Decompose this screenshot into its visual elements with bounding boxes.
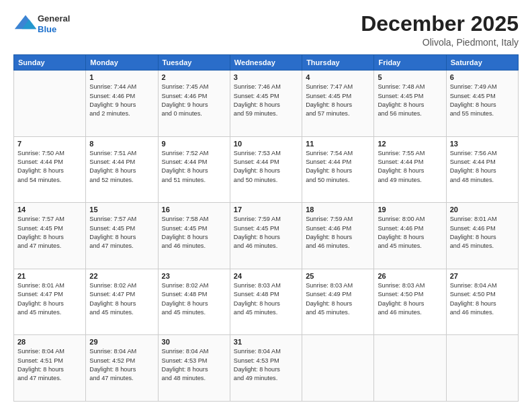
calendar-day-cell: 19Sunrise: 8:00 AMSunset: 4:46 PMDayligh… — [374, 203, 446, 269]
header: General Blue December 2025 Olivola, Pied… — [13, 12, 519, 48]
day-number: 1 — [89, 73, 154, 81]
calendar-table: SundayMondayTuesdayWednesdayThursdayFrid… — [13, 54, 519, 402]
day-info: Sunrise: 8:04 AMSunset: 4:50 PMDaylight:… — [450, 281, 515, 317]
calendar-day-cell: 17Sunrise: 7:59 AMSunset: 4:45 PMDayligh… — [230, 203, 302, 269]
calendar-day-cell: 4Sunrise: 7:47 AMSunset: 4:45 PMDaylight… — [302, 71, 374, 137]
location: Olivola, Piedmont, Italy — [361, 37, 519, 48]
day-info: Sunrise: 8:03 AMSunset: 4:50 PMDaylight:… — [378, 281, 442, 317]
day-info: Sunrise: 7:56 AMSunset: 4:44 PMDaylight:… — [450, 149, 515, 185]
calendar-day-cell: 11Sunrise: 7:54 AMSunset: 4:44 PMDayligh… — [302, 136, 374, 203]
day-info: Sunrise: 7:48 AMSunset: 4:45 PMDaylight:… — [378, 83, 442, 118]
day-info: Sunrise: 7:51 AMSunset: 4:44 PMDaylight:… — [89, 149, 154, 185]
calendar-day-cell: 5Sunrise: 7:48 AMSunset: 4:45 PMDaylight… — [374, 71, 446, 137]
logo-text: General Blue — [38, 13, 70, 34]
calendar-day-cell: 20Sunrise: 8:01 AMSunset: 4:46 PMDayligh… — [446, 203, 518, 269]
calendar-col-header: Monday — [86, 55, 158, 71]
calendar-day-cell: 3Sunrise: 7:46 AMSunset: 4:45 PMDaylight… — [230, 71, 302, 137]
day-info: Sunrise: 7:57 AMSunset: 4:45 PMDaylight:… — [17, 215, 82, 250]
calendar-day-cell — [374, 335, 446, 402]
day-number: 27 — [450, 272, 515, 280]
calendar-day-cell: 21Sunrise: 8:01 AMSunset: 4:47 PMDayligh… — [14, 269, 86, 335]
calendar-day-cell: 26Sunrise: 8:03 AMSunset: 4:50 PMDayligh… — [374, 269, 446, 335]
day-info: Sunrise: 8:04 AMSunset: 4:52 PMDaylight:… — [89, 347, 154, 383]
calendar-day-cell: 27Sunrise: 8:04 AMSunset: 4:50 PMDayligh… — [446, 269, 518, 335]
day-info: Sunrise: 7:47 AMSunset: 4:45 PMDaylight:… — [306, 83, 370, 118]
day-number: 3 — [234, 73, 298, 81]
day-info: Sunrise: 7:59 AMSunset: 4:45 PMDaylight:… — [234, 215, 298, 250]
day-number: 24 — [234, 272, 298, 280]
calendar-col-header: Thursday — [302, 55, 374, 71]
calendar-day-cell: 10Sunrise: 7:53 AMSunset: 4:44 PMDayligh… — [230, 136, 302, 203]
day-number: 18 — [306, 205, 370, 214]
calendar-day-cell: 30Sunrise: 8:04 AMSunset: 4:53 PMDayligh… — [158, 335, 230, 402]
day-info: Sunrise: 8:01 AMSunset: 4:47 PMDaylight:… — [17, 281, 82, 317]
day-info: Sunrise: 7:57 AMSunset: 4:45 PMDaylight:… — [89, 215, 154, 250]
calendar-day-cell: 25Sunrise: 8:03 AMSunset: 4:49 PMDayligh… — [302, 269, 374, 335]
calendar-day-cell: 2Sunrise: 7:45 AMSunset: 4:46 PMDaylight… — [158, 71, 230, 137]
logo: General Blue — [13, 12, 70, 36]
logo-general: General — [38, 13, 70, 24]
day-info: Sunrise: 8:00 AMSunset: 4:46 PMDaylight:… — [378, 215, 442, 250]
calendar-day-cell: 29Sunrise: 8:04 AMSunset: 4:52 PMDayligh… — [86, 335, 158, 402]
day-number: 26 — [378, 272, 442, 280]
day-info: Sunrise: 7:54 AMSunset: 4:44 PMDaylight:… — [306, 149, 370, 185]
calendar-day-cell: 9Sunrise: 7:52 AMSunset: 4:44 PMDaylight… — [158, 136, 230, 203]
day-number: 21 — [17, 272, 82, 280]
day-info: Sunrise: 7:53 AMSunset: 4:44 PMDaylight:… — [234, 149, 298, 185]
calendar-day-cell: 24Sunrise: 8:03 AMSunset: 4:48 PMDayligh… — [230, 269, 302, 335]
calendar-day-cell — [446, 335, 518, 402]
calendar-day-cell: 8Sunrise: 7:51 AMSunset: 4:44 PMDaylight… — [86, 136, 158, 203]
day-info: Sunrise: 8:04 AMSunset: 4:51 PMDaylight:… — [17, 347, 82, 383]
calendar-day-cell: 13Sunrise: 7:56 AMSunset: 4:44 PMDayligh… — [446, 136, 518, 203]
day-number: 7 — [17, 140, 82, 148]
calendar-header-row: SundayMondayTuesdayWednesdayThursdayFrid… — [14, 55, 519, 71]
calendar-col-header: Saturday — [446, 55, 518, 71]
calendar-day-cell: 6Sunrise: 7:49 AMSunset: 4:45 PMDaylight… — [446, 71, 518, 137]
day-number: 11 — [306, 140, 370, 148]
day-number: 8 — [89, 140, 154, 148]
calendar-day-cell: 22Sunrise: 8:02 AMSunset: 4:47 PMDayligh… — [86, 269, 158, 335]
day-info: Sunrise: 8:03 AMSunset: 4:49 PMDaylight:… — [306, 281, 370, 317]
calendar-day-cell: 7Sunrise: 7:50 AMSunset: 4:44 PMDaylight… — [14, 136, 86, 203]
day-info: Sunrise: 7:58 AMSunset: 4:45 PMDaylight:… — [162, 215, 226, 250]
calendar-col-header: Wednesday — [230, 55, 302, 71]
calendar-col-header: Sunday — [14, 55, 86, 71]
day-number: 17 — [234, 205, 298, 214]
day-number: 14 — [17, 205, 82, 214]
day-info: Sunrise: 8:02 AMSunset: 4:47 PMDaylight:… — [89, 281, 154, 317]
day-info: Sunrise: 7:55 AMSunset: 4:44 PMDaylight:… — [378, 149, 442, 185]
day-info: Sunrise: 8:01 AMSunset: 4:46 PMDaylight:… — [450, 215, 515, 250]
calendar-col-header: Tuesday — [158, 55, 230, 71]
day-info: Sunrise: 8:04 AMSunset: 4:53 PMDaylight:… — [234, 347, 298, 383]
day-info: Sunrise: 7:50 AMSunset: 4:44 PMDaylight:… — [17, 149, 82, 185]
day-number: 20 — [450, 205, 515, 214]
day-number: 15 — [89, 205, 154, 214]
day-number: 10 — [234, 140, 298, 148]
calendar-day-cell: 28Sunrise: 8:04 AMSunset: 4:51 PMDayligh… — [14, 335, 86, 402]
day-info: Sunrise: 8:03 AMSunset: 4:48 PMDaylight:… — [234, 281, 298, 317]
day-number: 23 — [162, 272, 226, 280]
calendar-day-cell: 16Sunrise: 7:58 AMSunset: 4:45 PMDayligh… — [158, 203, 230, 269]
day-number: 12 — [378, 140, 442, 148]
day-info: Sunrise: 7:46 AMSunset: 4:45 PMDaylight:… — [234, 83, 298, 118]
calendar-week-row: 7Sunrise: 7:50 AMSunset: 4:44 PMDaylight… — [14, 136, 519, 203]
day-info: Sunrise: 7:52 AMSunset: 4:44 PMDaylight:… — [162, 149, 226, 185]
day-number: 2 — [162, 73, 226, 81]
day-number: 29 — [89, 338, 154, 346]
logo-blue: Blue — [38, 24, 70, 35]
calendar-day-cell — [14, 71, 86, 137]
day-info: Sunrise: 8:04 AMSunset: 4:53 PMDaylight:… — [162, 347, 226, 383]
calendar-day-cell: 31Sunrise: 8:04 AMSunset: 4:53 PMDayligh… — [230, 335, 302, 402]
day-number: 28 — [17, 338, 82, 346]
page: General Blue December 2025 Olivola, Pied… — [0, 0, 532, 411]
calendar-week-row: 28Sunrise: 8:04 AMSunset: 4:51 PMDayligh… — [14, 335, 519, 402]
calendar-day-cell: 1Sunrise: 7:44 AMSunset: 4:46 PMDaylight… — [86, 71, 158, 137]
day-info: Sunrise: 7:59 AMSunset: 4:46 PMDaylight:… — [306, 215, 370, 250]
day-number: 31 — [234, 338, 298, 346]
day-number: 9 — [162, 140, 226, 148]
logo-icon — [13, 12, 38, 36]
day-number: 22 — [89, 272, 154, 280]
calendar-week-row: 1Sunrise: 7:44 AMSunset: 4:46 PMDaylight… — [14, 71, 519, 137]
calendar-week-row: 21Sunrise: 8:01 AMSunset: 4:47 PMDayligh… — [14, 269, 519, 335]
day-number: 4 — [306, 73, 370, 81]
